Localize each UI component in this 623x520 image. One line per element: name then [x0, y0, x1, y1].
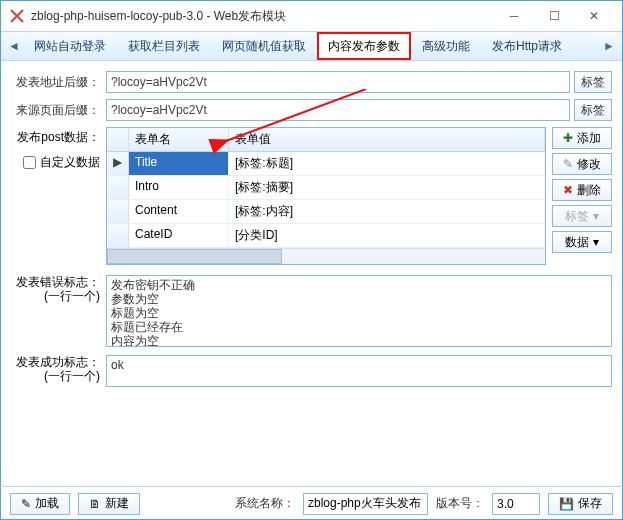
table-row[interactable]: Content[标签:内容] — [107, 200, 545, 224]
grid-header-name: 表单名 — [129, 128, 229, 151]
close-button[interactable]: ✕ — [574, 1, 614, 31]
custom-data-checkbox[interactable]: 自定义数据 — [11, 154, 106, 171]
tab-scroll-left[interactable]: ◄ — [5, 32, 23, 60]
new-button[interactable]: 🗎新建 — [78, 493, 140, 515]
tab-5[interactable]: 发布Http请求 — [481, 32, 573, 60]
minimize-button[interactable]: ─ — [494, 1, 534, 31]
save-button[interactable]: 💾保存 — [548, 493, 613, 515]
side-data-button[interactable]: 数据▾ — [552, 231, 612, 253]
grid-hscroll[interactable] — [107, 248, 545, 264]
sysname-input[interactable] — [303, 493, 428, 515]
edit-button[interactable]: ✎修改 — [552, 153, 612, 175]
table-row[interactable]: CateID[分类ID] — [107, 224, 545, 248]
tab-4[interactable]: 高级功能 — [411, 32, 481, 60]
load-button[interactable]: ✎加载 — [10, 493, 70, 515]
tab-0[interactable]: 网站自动登录 — [23, 32, 117, 60]
grid-header-value: 表单值 — [229, 128, 545, 151]
tab-3[interactable]: 内容发布参数 — [317, 32, 411, 60]
post-data-grid[interactable]: 表单名 表单值 ▶Title[标签:标题]Intro[标签:摘要]Content… — [106, 127, 546, 265]
grid-header-marker — [107, 128, 129, 151]
side-tag-button[interactable]: 标签▾ — [552, 205, 612, 227]
ref-suffix-input[interactable] — [106, 99, 570, 121]
app-icon — [9, 8, 25, 24]
tab-scroll-right[interactable]: ► — [600, 32, 618, 60]
success-flag-sub: (一行一个) — [11, 369, 100, 383]
edit-icon: ✎ — [21, 497, 31, 511]
version-input[interactable] — [492, 493, 540, 515]
table-row[interactable]: ▶Title[标签:标题] — [107, 152, 545, 176]
tab-2[interactable]: 网页随机值获取 — [211, 32, 317, 60]
success-flag-label: 发表成功标志： — [11, 355, 100, 369]
addr-suffix-label: 发表地址后缀： — [11, 74, 106, 91]
addr-tag-button[interactable]: 标签 — [574, 71, 612, 93]
success-flag-textarea[interactable]: ok — [106, 355, 612, 387]
add-button[interactable]: ✚添加 — [552, 127, 612, 149]
save-icon: 💾 — [559, 497, 574, 511]
delete-button[interactable]: ✖删除 — [552, 179, 612, 201]
tab-1[interactable]: 获取栏目列表 — [117, 32, 211, 60]
maximize-button[interactable]: ☐ — [534, 1, 574, 31]
error-flag-label: 发表错误标志： — [11, 275, 100, 289]
table-row[interactable]: Intro[标签:摘要] — [107, 176, 545, 200]
addr-suffix-input[interactable] — [106, 71, 570, 93]
doc-icon: 🗎 — [89, 497, 101, 511]
version-label: 版本号： — [436, 495, 484, 512]
ref-tag-button[interactable]: 标签 — [574, 99, 612, 121]
error-flag-sub: (一行一个) — [11, 289, 100, 303]
tab-bar: ◄ 网站自动登录获取栏目列表网页随机值获取内容发布参数高级功能发布Http请求 … — [1, 31, 622, 61]
window-title: zblog-php-huisem-locoy-pub-3.0 - Web发布模块 — [31, 8, 286, 25]
post-data-label: 发布post数据： — [11, 129, 106, 146]
sysname-label: 系统名称： — [235, 495, 295, 512]
error-flag-textarea[interactable]: 发布密钥不正确 参数为空 标题为空 标题已经存在 内容为空 — [106, 275, 612, 347]
ref-suffix-label: 来源页面后缀： — [11, 102, 106, 119]
